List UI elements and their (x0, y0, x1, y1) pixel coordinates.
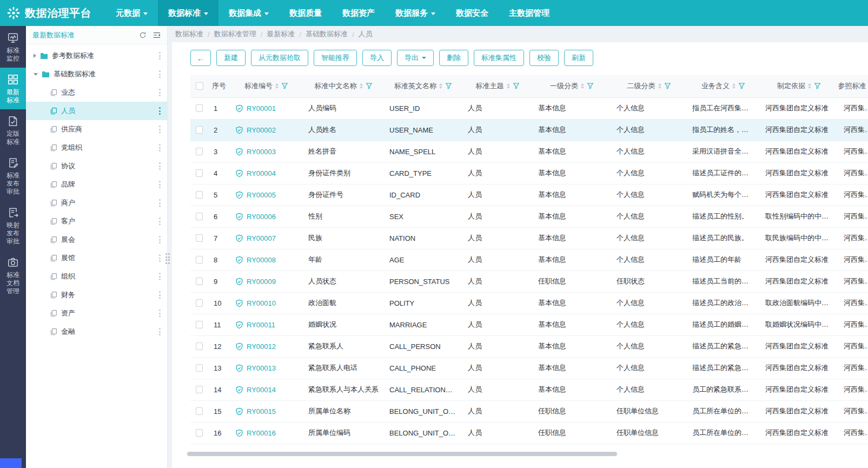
tree-item[interactable]: 组织 (26, 267, 167, 286)
sort-caret-icons[interactable] (732, 83, 736, 89)
kebab-menu-icon[interactable] (158, 198, 162, 208)
sort-caret-icons[interactable] (658, 83, 661, 89)
collapse-tree-icon[interactable] (153, 32, 161, 38)
delete-button[interactable]: 删除 (439, 50, 468, 66)
filter-funnel-icon[interactable] (814, 82, 821, 89)
col-code[interactable]: 标准编号 (230, 75, 303, 97)
table-row[interactable]: 13RY00013紧急联系人电话CALL_PHONE人员基本信息个人信息描述员工… (190, 357, 868, 379)
filter-funnel-icon[interactable] (513, 82, 520, 89)
tree-item[interactable]: 供应商 (26, 120, 167, 139)
standard-code-link[interactable]: RY00015 (235, 407, 297, 416)
filter-funnel-icon[interactable] (366, 82, 373, 89)
table-row[interactable]: 9RY00009人员状态PERSON_STATUS人员任职信息任职状态描述员工当… (190, 271, 868, 292)
col-category1[interactable]: 一级分类 (533, 75, 611, 97)
kebab-menu-icon[interactable] (158, 327, 162, 337)
breadcrumb-item[interactable]: 数据标准 (175, 29, 203, 39)
table-row[interactable]: 5RY00005身份证件号ID_CARD人员基本信息个人信息赋码机关为每个公民给… (190, 184, 868, 206)
kebab-menu-icon[interactable] (158, 88, 162, 97)
col-basis[interactable]: 制定依据 (760, 75, 838, 97)
standard-code-link[interactable]: RY00008 (235, 256, 297, 264)
table-row[interactable]: 1RY00001人员编码USER_ID人员基本信息个人信息指员工在河西集团初入.… (190, 97, 868, 119)
sidebar-item-standard-publish-approval[interactable]: 标准发布审批 (0, 151, 26, 201)
row-checkbox[interactable] (196, 364, 203, 372)
kebab-menu-icon[interactable] (158, 106, 162, 116)
sort-caret-icons[interactable] (581, 83, 584, 89)
standard-code-link[interactable]: RY00011 (235, 321, 297, 329)
sidebar-item-mapping-publish-approval[interactable]: 映射发布审批 (0, 201, 26, 251)
filter-funnel-icon[interactable] (445, 82, 452, 89)
row-checkbox[interactable] (196, 278, 203, 285)
breadcrumb-item[interactable]: 数据标准管理 (214, 29, 256, 39)
table-row[interactable]: 14RY00014紧急联系人与本人关系CALL_RELATIONSHIP人员基本… (190, 379, 868, 400)
standard-code-link[interactable]: RY00006 (235, 213, 297, 221)
tree-group[interactable]: 基础数据标准 (26, 65, 167, 83)
row-checkbox[interactable] (196, 191, 203, 199)
kebab-menu-icon[interactable] (158, 161, 162, 171)
import-button[interactable]: 导入 (362, 50, 392, 66)
table-row[interactable]: 12RY00012紧急联系人CALL_PERSON人员基本信息个人信息描述员工的… (190, 335, 868, 357)
standard-code-link[interactable]: RY00012 (235, 342, 297, 351)
standard-code-link[interactable]: RY00003 (235, 148, 297, 156)
nav-master-data[interactable]: 主数据管理 (499, 0, 560, 26)
standard-code-link[interactable]: RY00014 (235, 386, 297, 394)
nav-data-service[interactable]: 数据服务 (385, 0, 446, 26)
row-checkbox[interactable] (196, 429, 203, 437)
row-checkbox[interactable] (196, 342, 203, 350)
sort-caret-icons[interactable] (507, 83, 510, 89)
kebab-menu-icon[interactable] (158, 308, 162, 318)
kebab-menu-icon[interactable] (158, 180, 162, 189)
sidebar-footer-accent[interactable] (0, 458, 22, 468)
select-all-checkbox[interactable] (196, 82, 203, 90)
filter-funnel-icon[interactable] (281, 82, 288, 89)
standard-code-link[interactable]: RY00005 (235, 191, 297, 199)
table-row[interactable]: 10RY00010政治面貌POLITY人员基本信息个人信息描述员工的政治面貌取政… (190, 292, 868, 314)
tree-item[interactable]: 展会 (26, 230, 167, 249)
sidebar-item-fixed-standard[interactable]: 定版标准 (0, 109, 26, 151)
kebab-menu-icon[interactable] (158, 143, 162, 153)
kebab-menu-icon[interactable] (158, 216, 162, 226)
pick-from-metadata-button[interactable]: 从元数据拾取 (251, 50, 308, 66)
breadcrumb-item[interactable]: 最新标准 (267, 29, 295, 39)
standard-code-link[interactable]: RY00002 (235, 126, 297, 134)
panel-resize-handle[interactable] (165, 253, 170, 264)
sort-caret-icons[interactable] (275, 83, 279, 89)
kebab-menu-icon[interactable] (158, 272, 162, 281)
sidebar-item-latest-standard[interactable]: 最新标准 (0, 68, 26, 109)
tree-item[interactable]: 资产 (26, 304, 167, 322)
kebab-menu-icon[interactable] (158, 124, 162, 134)
row-checkbox[interactable] (196, 213, 203, 220)
table-row[interactable]: 3RY00003姓名拼音NAME_SPELL人员基本信息个人信息采用汉语拼音全拼… (190, 141, 868, 162)
row-checkbox[interactable] (196, 256, 203, 263)
standard-code-link[interactable]: RY00007 (235, 234, 297, 242)
nav-data-security[interactable]: 数据安全 (446, 0, 499, 26)
tree-item[interactable]: 财务 (26, 286, 167, 304)
row-checkbox[interactable] (196, 386, 203, 393)
standard-code-link[interactable]: RY00010 (235, 299, 297, 307)
table-row[interactable]: 11RY00011婚姻状况MARRIAGE人员基本信息个人信息描述员工的婚姻状态… (190, 314, 868, 335)
tree-item[interactable]: 客户 (26, 212, 167, 230)
tree-item[interactable]: 展馆 (26, 249, 167, 267)
standard-set-props-button[interactable]: 标准集属性 (474, 50, 524, 66)
tree-item[interactable]: 业态 (26, 83, 167, 102)
standard-code-link[interactable]: RY00009 (235, 278, 297, 286)
horizontal-scrollbar-thumb[interactable] (187, 452, 617, 456)
col-cn-name[interactable]: 标准中文名称 (303, 75, 384, 97)
standard-code-link[interactable]: RY00001 (235, 104, 297, 113)
table-row[interactable]: 7RY00007民族NATION人员基本信息个人信息描述员工的民族。取民族编码中… (190, 227, 868, 249)
row-checkbox[interactable] (196, 126, 203, 134)
refresh-button[interactable]: 刷新 (564, 50, 593, 66)
row-checkbox[interactable] (196, 169, 203, 177)
nav-data-quality[interactable]: 数据质量 (279, 0, 332, 26)
col-reference-standard[interactable]: 参照标准 (838, 75, 868, 97)
kebab-menu-icon[interactable] (158, 290, 162, 300)
table-row[interactable]: 6RY00006性别SEX人员基本信息个人信息描述员工的性别。取性别编码中的中文… (190, 206, 868, 227)
smart-recommend-button[interactable]: 智能推荐 (314, 50, 357, 66)
filter-funnel-icon[interactable] (664, 82, 671, 89)
nav-metadata[interactable]: 元数据 (105, 0, 158, 26)
standard-code-link[interactable]: RY00004 (235, 169, 297, 177)
table-row[interactable]: 4RY00004身份证件类别CARD_TYPE人员基本信息个人信息描述员工证件的… (190, 162, 868, 184)
table-row[interactable]: 16RY00016所属单位编码BELONG_UNIT_ORG_...人员任职信息… (190, 422, 868, 444)
row-checkbox[interactable] (196, 104, 203, 112)
sort-caret-icons[interactable] (439, 83, 442, 89)
col-subject[interactable]: 标准主题 (462, 75, 533, 97)
